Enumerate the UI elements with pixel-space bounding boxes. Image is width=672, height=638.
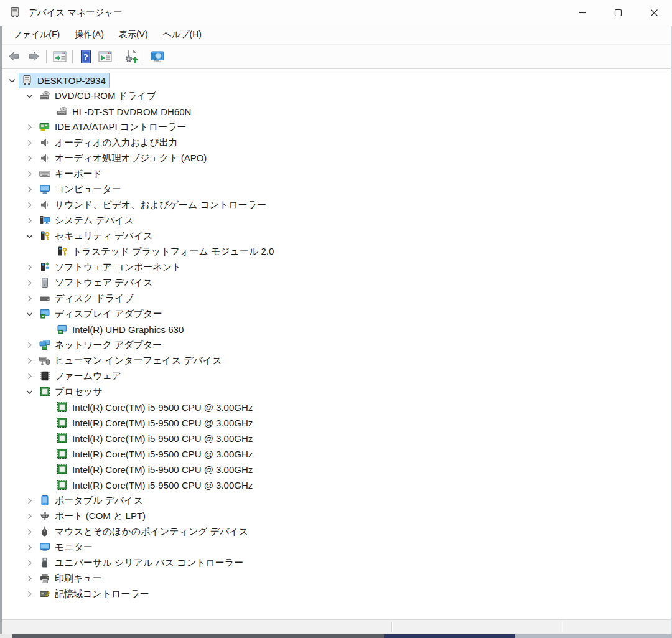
chevron-down-icon[interactable]: [22, 387, 36, 397]
tree-item[interactable]: Intel(R) Core(TM) i5-9500 CPU @ 3.00GHz: [54, 462, 256, 477]
tree-item-label: Intel(R) Core(TM) i5-9500 CPU @ 3.00GHz: [72, 480, 253, 490]
forward-button[interactable]: [24, 47, 43, 67]
menu-file[interactable]: ファイル(F): [6, 27, 67, 43]
device-tree-pane: DESKTOP-2934DVD/CD-ROM ドライブHL-DT-ST DVDR…: [0, 70, 672, 619]
chevron-spacer: [40, 107, 54, 117]
chevron-down-icon[interactable]: [22, 91, 36, 101]
action-pane-icon: [98, 49, 113, 64]
display-adapter-icon: [38, 307, 52, 320]
processor-icon: [55, 448, 69, 460]
tree-item[interactable]: DESKTOP-2934: [19, 73, 110, 88]
tree-item[interactable]: オーディオの入力および出力: [36, 135, 182, 151]
chevron-right-icon[interactable]: [22, 294, 36, 304]
tree-item-label: DESKTOP-2934: [37, 75, 106, 86]
tree-item[interactable]: HL-DT-ST DVDROM DH60N: [54, 104, 195, 120]
tree-item[interactable]: ディスク ドライブ: [36, 291, 138, 306]
tree-item[interactable]: 記憶域コントローラー: [36, 586, 153, 602]
chevron-right-icon[interactable]: [22, 154, 36, 164]
tree-item[interactable]: ファームウェア: [36, 368, 125, 384]
chevron-right-icon[interactable]: [22, 340, 36, 350]
chevron-right-icon[interactable]: [22, 169, 36, 179]
chevron-right-icon[interactable]: [22, 512, 36, 522]
tree-item[interactable]: ソフトウェア デバイス: [36, 275, 157, 291]
tree-item[interactable]: コンピューター: [36, 182, 125, 197]
tree-item-label: キーボード: [55, 168, 102, 180]
tree-item-label: ポータブル デバイス: [55, 495, 143, 507]
tree-item[interactable]: Intel(R) Core(TM) i5-9500 CPU @ 3.00GHz: [54, 415, 256, 431]
tree-item[interactable]: IDE ATA/ATAPI コントローラー: [36, 120, 190, 135]
tree-item[interactable]: ネットワーク アダプター: [36, 337, 166, 353]
tree-item[interactable]: ソフトウェア コンポーネント: [36, 260, 185, 275]
chevron-right-icon[interactable]: [22, 200, 36, 210]
chevron-right-icon[interactable]: [22, 372, 36, 382]
tree-item[interactable]: Intel(R) Core(TM) i5-9500 CPU @ 3.00GHz: [54, 400, 256, 415]
tree-item[interactable]: Intel(R) Core(TM) i5-9500 CPU @ 3.00GHz: [54, 477, 256, 493]
chevron-down-icon[interactable]: [22, 309, 36, 319]
chevron-right-icon[interactable]: [22, 527, 36, 537]
chevron-down-icon[interactable]: [22, 232, 36, 242]
tree-item[interactable]: プロセッサ: [36, 384, 106, 400]
tree-item[interactable]: マウスとそのほかのポインティング デバイス: [36, 524, 252, 540]
tree-item[interactable]: ヒューマン インターフェイス デバイス: [36, 353, 226, 368]
tree-item[interactable]: ポータブル デバイス: [36, 493, 147, 509]
security-device-icon: [55, 245, 69, 258]
show-hide-console-tree-button[interactable]: [50, 47, 69, 67]
chevron-right-icon[interactable]: [22, 138, 36, 148]
chevron-right-icon[interactable]: [22, 356, 36, 366]
chevron-right-icon[interactable]: [22, 496, 36, 506]
menu-help[interactable]: ヘルプ(H): [156, 27, 209, 43]
chevron-right-icon[interactable]: [22, 185, 36, 195]
tree-item[interactable]: キーボード: [36, 166, 106, 182]
back-button[interactable]: [4, 47, 24, 67]
chevron-right-icon[interactable]: [22, 123, 36, 133]
tree-item[interactable]: モニター: [36, 540, 96, 555]
tree-item[interactable]: ユニバーサル シリアル バス コントローラー: [36, 555, 247, 571]
scan-hardware-icon: [124, 49, 139, 64]
chevron-right-icon[interactable]: [22, 558, 36, 568]
tree-row: サウンド、ビデオ、およびゲーム コントローラー: [0, 197, 672, 213]
tree-item-label: Intel(R) Core(TM) i5-9500 CPU @ 3.00GHz: [72, 418, 253, 428]
tree-item[interactable]: オーディオ処理オブジェクト (APO): [36, 151, 210, 166]
mouse-icon: [38, 525, 52, 538]
chevron-right-icon[interactable]: [22, 263, 36, 273]
status-bar-divider: [391, 622, 392, 632]
device-manager-icon: [9, 6, 22, 19]
tree-row: 記憶域コントローラー: [0, 586, 672, 602]
tree-item[interactable]: セキュリティ デバイス: [36, 228, 157, 244]
scan-for-hardware-changes-button[interactable]: [121, 47, 141, 67]
menu-view[interactable]: 表示(V): [111, 27, 156, 43]
chevron-right-icon[interactable]: [22, 543, 36, 553]
tree-item-label: Intel(R) Core(TM) i5-9500 CPU @ 3.00GHz: [72, 433, 253, 444]
window-controls: [564, 0, 672, 25]
close-button[interactable]: [636, 0, 672, 25]
show-hide-action-pane-button[interactable]: [95, 47, 114, 67]
device-view-button[interactable]: [147, 47, 167, 67]
tree-item-label: ユニバーサル シリアル バス コントローラー: [55, 557, 243, 569]
tree-item[interactable]: サウンド、ビデオ、およびゲーム コントローラー: [36, 197, 270, 213]
minimize-button[interactable]: [564, 0, 600, 25]
tree-item[interactable]: Intel(R) Core(TM) i5-9500 CPU @ 3.00GHz: [54, 431, 256, 446]
menu-bar: ファイル(F) 操作(A) 表示(V) ヘルプ(H): [0, 25, 672, 44]
tree-item[interactable]: ポート (COM と LPT): [36, 509, 149, 524]
chevron-right-icon[interactable]: [22, 589, 36, 599]
speaker-icon: [38, 199, 52, 211]
tree-item[interactable]: Intel(R) Core(TM) i5-9500 CPU @ 3.00GHz: [54, 446, 256, 462]
tree-row: ユニバーサル シリアル バス コントローラー: [0, 555, 672, 571]
maximize-button[interactable]: [600, 0, 636, 25]
tree-item[interactable]: ディスプレイ アダプター: [36, 306, 166, 322]
chevron-right-icon[interactable]: [22, 216, 36, 226]
tree-item[interactable]: トラステッド プラットフォーム モジュール 2.0: [54, 244, 278, 260]
tree-row: システム デバイス: [0, 213, 672, 228]
tree-item[interactable]: DVD/CD-ROM ドライブ: [36, 88, 160, 104]
printer-icon: [38, 572, 52, 584]
tree-item[interactable]: Intel(R) UHD Graphics 630: [54, 322, 187, 337]
help-button[interactable]: ?: [76, 47, 95, 67]
chevron-down-icon[interactable]: [5, 76, 19, 86]
tree-row: Intel(R) Core(TM) i5-9500 CPU @ 3.00GHz: [0, 431, 672, 446]
chevron-right-icon[interactable]: [22, 278, 36, 288]
menu-action[interactable]: 操作(A): [67, 27, 111, 43]
tree-item[interactable]: 印刷キュー: [36, 571, 106, 586]
chevron-right-icon[interactable]: [22, 574, 36, 584]
monitor-icon: [38, 541, 52, 553]
tree-item[interactable]: システム デバイス: [36, 213, 138, 228]
